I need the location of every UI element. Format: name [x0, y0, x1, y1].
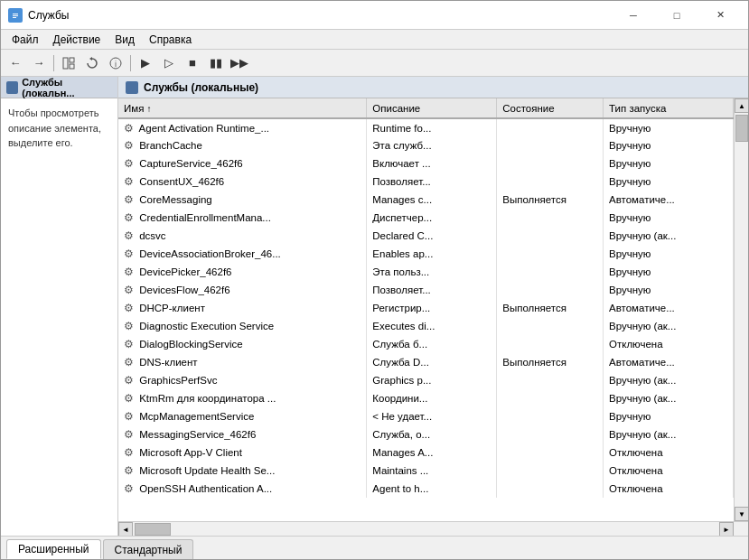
table-row[interactable]: ⚙ ConsentUX_462f6Позволяет...Вручную [118, 173, 734, 191]
tab-standard[interactable]: Стандартный [103, 539, 194, 559]
cell-status [497, 335, 604, 353]
table-row[interactable]: ⚙ DevicePicker_462f6Эта польз...Вручную [118, 263, 734, 281]
vertical-scrollbar[interactable]: ▲ ▼ [734, 98, 748, 521]
table-row[interactable]: ⚙ CredentialEnrollmentMana...Диспетчер..… [118, 209, 734, 227]
cell-status [497, 263, 604, 281]
cell-desc: Agent to h... [367, 480, 497, 498]
table-row[interactable]: ⚙ Microsoft Update Health Se...Maintains… [118, 462, 734, 480]
cell-desc: Executes di... [367, 317, 497, 335]
cell-status [497, 462, 604, 480]
svg-rect-5 [70, 58, 74, 62]
cell-name: ⚙ DevicePicker_462f6 [118, 263, 367, 281]
back-button[interactable]: ← [5, 52, 26, 74]
table-row[interactable]: ⚙ DeviceAssociationBroker_46...Enables a… [118, 245, 734, 263]
sidebar: Службы (локальн... Чтобы просмотреть опи… [1, 77, 118, 536]
table-row[interactable]: ⚙ CaptureService_462f6Включает ...Вручну… [118, 154, 734, 173]
table-row[interactable]: ⚙ McpManagementService< Не удает...Вручн… [118, 407, 734, 425]
table-header-row: Имя ↑ Описание Состояние Тип запуска [118, 98, 734, 118]
svg-rect-2 [13, 15, 18, 16]
menu-action[interactable]: Действие [46, 32, 108, 48]
sidebar-title: Службы (локальн... [22, 77, 112, 98]
minimize-button[interactable]: ─ [613, 1, 654, 30]
panel-icon [126, 81, 138, 94]
col-desc[interactable]: Описание [367, 98, 497, 118]
cell-name: ⚙ DNS-клиент [118, 353, 367, 371]
close-button[interactable]: ✕ [699, 1, 741, 30]
menu-help[interactable]: Справка [142, 32, 199, 48]
refresh-button[interactable] [81, 52, 103, 74]
service-icon: ⚙ [124, 410, 136, 423]
table-row[interactable]: ⚙ DialogBlockingServiceСлужба б...Отключ… [118, 335, 734, 353]
forward-button[interactable]: → [28, 52, 50, 74]
horizontal-scrollbar[interactable]: ◄ ► [118, 521, 748, 536]
stop-button[interactable]: ■ [182, 52, 203, 74]
cell-startup: Автоматиче... [604, 191, 734, 209]
table-row[interactable]: ⚙ Diagnostic Execution ServiceExecutes d… [118, 317, 734, 335]
panel-title: Службы (локальные) [144, 81, 258, 94]
cell-desc: Позволяет... [367, 173, 497, 191]
show-tree-button[interactable] [58, 52, 80, 74]
table-row[interactable]: ⚙ Microsoft App-V ClientManages A...Откл… [118, 443, 734, 462]
service-icon: ⚙ [124, 356, 136, 369]
info-button[interactable]: i [105, 52, 126, 74]
h-scroll-track[interactable] [133, 522, 719, 536]
col-status[interactable]: Состояние [497, 98, 604, 118]
scroll-right-button[interactable]: ► [719, 522, 734, 536]
service-icon: ⚙ [124, 338, 136, 350]
skip-button[interactable]: ▶▶ [229, 52, 250, 74]
table-row[interactable]: ⚙ Agent Activation Runtime_...Runtime fo… [118, 118, 734, 136]
table-row[interactable]: ⚙ BranchCacheЭта служб...Вручную [118, 136, 734, 154]
menu-file[interactable]: Файл [5, 32, 46, 48]
scroll-up-button[interactable]: ▲ [735, 98, 748, 113]
cell-startup: Автоматиче... [604, 353, 734, 371]
main-content: Службы (локальн... Чтобы просмотреть опи… [1, 77, 748, 536]
sidebar-body: Чтобы просмотреть описание элемента, выд… [1, 98, 117, 536]
tab-extended[interactable]: Расширенный [6, 539, 101, 559]
cell-startup: Отключена [604, 335, 734, 353]
table-row[interactable]: ⚙ GraphicsPerfSvcGraphics p...Вручную (а… [118, 371, 734, 389]
svg-rect-6 [70, 64, 74, 69]
cell-name: ⚙ Microsoft App-V Client [118, 443, 367, 462]
table-scroll-area[interactable]: Имя ↑ Описание Состояние Тип запуска ⚙ A… [118, 98, 734, 521]
play-button[interactable]: ▶ [135, 52, 156, 74]
cell-desc: Эта служб... [367, 136, 497, 154]
table-row[interactable]: ⚙ OpenSSH Authentication A...Agent to h.… [118, 480, 734, 498]
table-row[interactable]: ⚙ DHCP-клиентРегистрир...ВыполняетсяАвто… [118, 299, 734, 317]
table-row[interactable]: ⚙ DevicesFlow_462f6Позволяет...Вручную [118, 281, 734, 299]
cell-name: ⚙ CaptureService_462f6 [118, 154, 367, 173]
cell-status [497, 245, 604, 263]
table-row[interactable]: ⚙ dcsvcDeclared C...Вручную (ак... [118, 227, 734, 245]
scroll-thumb[interactable] [735, 115, 748, 142]
cell-name: ⚙ CredentialEnrollmentMana... [118, 209, 367, 227]
maximize-button[interactable]: □ [656, 1, 698, 30]
cell-desc: Graphics p... [367, 371, 497, 389]
scroll-down-button[interactable]: ▼ [735, 507, 748, 521]
cell-startup: Вручную [604, 136, 734, 154]
h-scroll-thumb[interactable] [135, 523, 171, 536]
scroll-track[interactable] [735, 113, 748, 507]
cell-startup: Отключена [604, 480, 734, 498]
col-startup[interactable]: Тип запуска [604, 98, 734, 118]
menu-view[interactable]: Вид [108, 32, 142, 48]
cell-startup: Вручную [604, 263, 734, 281]
service-icon: ⚙ [124, 482, 136, 495]
right-panel: Службы (локальные) Имя ↑ Описание Состоя… [118, 77, 748, 536]
play2-button[interactable]: ▷ [158, 52, 180, 74]
cell-desc: < Не удает... [367, 407, 497, 425]
table-row[interactable]: ⚙ DNS-клиентСлужба D...ВыполняетсяАвтома… [118, 353, 734, 371]
svg-rect-4 [63, 58, 68, 69]
cell-desc: Эта польз... [367, 263, 497, 281]
table-container[interactable]: Имя ↑ Описание Состояние Тип запуска ⚙ A… [118, 98, 748, 521]
cell-name: ⚙ GraphicsPerfSvc [118, 371, 367, 389]
cell-startup: Автоматиче... [604, 299, 734, 317]
table-row[interactable]: ⚙ MessagingService_462f6Служба, о...Вруч… [118, 425, 734, 443]
table-row[interactable]: ⚙ KtmRm для координатора ...Координи...В… [118, 389, 734, 407]
cell-status [497, 407, 604, 425]
table-row[interactable]: ⚙ CoreMessagingManages c...ВыполняетсяАв… [118, 191, 734, 209]
corner-spacer [734, 522, 748, 536]
col-name[interactable]: Имя ↑ [118, 98, 367, 118]
cell-name: ⚙ DeviceAssociationBroker_46... [118, 245, 367, 263]
pause-button[interactable]: ▮▮ [205, 52, 227, 74]
scroll-left-button[interactable]: ◄ [118, 522, 133, 536]
cell-name: ⚙ MessagingService_462f6 [118, 425, 367, 443]
